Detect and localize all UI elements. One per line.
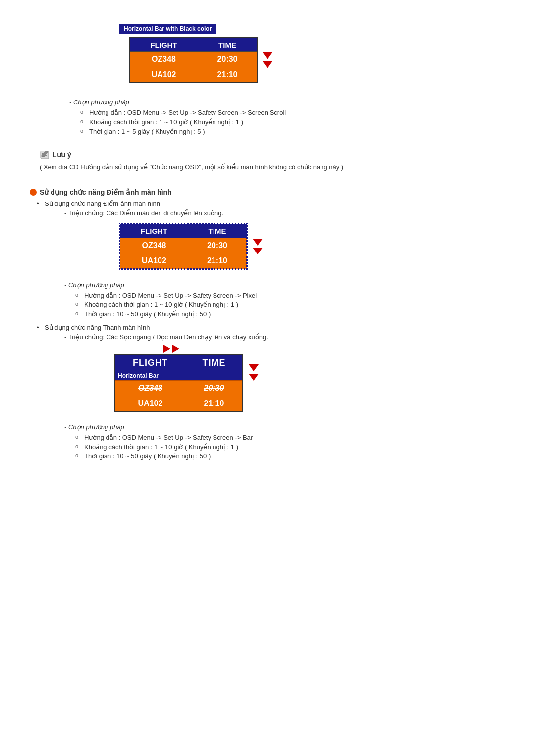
note-content: ( Xem đĩa CD Hướng dẫn sử dụng về "Chức …: [40, 163, 505, 171]
bullet-bar: Sử dụng chức năng Thanh màn hình - Triệu…: [45, 324, 505, 460]
pixel-arrows: [253, 239, 263, 254]
pixel-method-item: Khoảng cách thời gian : 1 ~ 10 giờ ( Khu…: [84, 301, 505, 308]
bar-arrows: [249, 364, 259, 381]
flight-cell: UA102: [120, 253, 188, 269]
bar-method-item: Khoảng cách thời gian : 1 ~ 10 giờ ( Khu…: [84, 443, 505, 451]
col-header-time: TIME: [198, 38, 257, 52]
horizontal-bar-label: Horizontal Bar: [114, 371, 242, 381]
method-label-pixel: - Chọn phương pháp: [64, 281, 505, 289]
bar-method-item: Thời gian : 10 ~ 50 giây ( Khuyến nghị :…: [84, 453, 505, 460]
col-header-flight: FLIGHT: [129, 38, 198, 52]
flight-cell: OZ348: [114, 381, 186, 396]
method-item: Khoảng cách thời gian : 1 ~ 10 giờ ( Khu…: [89, 118, 505, 126]
section2-title: Sử dụng chức năng Điểm ảnh màn hình: [30, 188, 505, 196]
symptom-pixel: - Triệu chứng: Các Điểm màu đen di chuyể…: [64, 209, 505, 217]
method-item: Hướng dẫn : OSD Menu -> Set Up -> Safety…: [89, 109, 505, 116]
symptom-bar: - Triệu chứng: Các Sọc ngang / Dọc màu Đ…: [64, 333, 505, 341]
col-header-time: TIME: [188, 224, 247, 238]
flight-cell: UA102: [114, 396, 186, 412]
section1-caption: Horizontal Bar with Black color: [119, 25, 505, 32]
flight-table-bar: FLIGHT TIME Horizontal Bar OZ348 20:30: [114, 354, 243, 412]
col-header-flight: FLIGHT: [120, 224, 188, 238]
time-cell: 21:10: [188, 253, 247, 269]
note-pencil-icon: [40, 150, 50, 160]
time-cell: 21:10: [186, 396, 242, 412]
col-header-flight: FLIGHT: [114, 355, 186, 371]
method-label-1: - Chọn phương pháp: [69, 99, 505, 106]
pixel-method-item: Thời gian : 10 ~ 50 giây ( Khuyến nghị :…: [84, 310, 505, 318]
arrow-right-icon: [163, 345, 170, 353]
time-cell: 20:30: [186, 381, 242, 396]
flight-table-1: FLIGHT TIME OZ348 20:30 UA102 21:10: [129, 37, 258, 83]
arrow-right-icon: [172, 345, 179, 353]
flight-cell: UA102: [129, 67, 198, 83]
flight-cell: OZ348: [120, 238, 188, 253]
col-header-time: TIME: [186, 355, 242, 371]
time-cell: 21:10: [198, 67, 257, 83]
method-item: Thời gian : 1 ~ 5 giây ( Khuyến nghị : 5…: [89, 128, 505, 135]
time-cell: 20:30: [188, 238, 247, 253]
method-label-bar: - Chọn phương pháp: [64, 423, 505, 431]
flight-cell: OZ348: [129, 52, 198, 67]
note-header: Lưu ý: [40, 150, 71, 160]
bar-method-item: Hướng dẫn : OSD Menu -> Set Up -> Safety…: [84, 434, 505, 441]
orange-circle-icon: [30, 189, 37, 196]
pixel-method-item: Hướng dẫn : OSD Menu -> Set Up -> Safety…: [84, 292, 505, 299]
scroll-arrows: [263, 52, 272, 68]
bullet-pixel: Sử dụng chức năng Điểm ảnh màn hình - Tr…: [45, 200, 505, 318]
time-cell: 20:30: [198, 52, 257, 67]
flight-table-pixel: FLIGHT TIME OZ348 20:30 UA102 21:10: [119, 223, 248, 270]
